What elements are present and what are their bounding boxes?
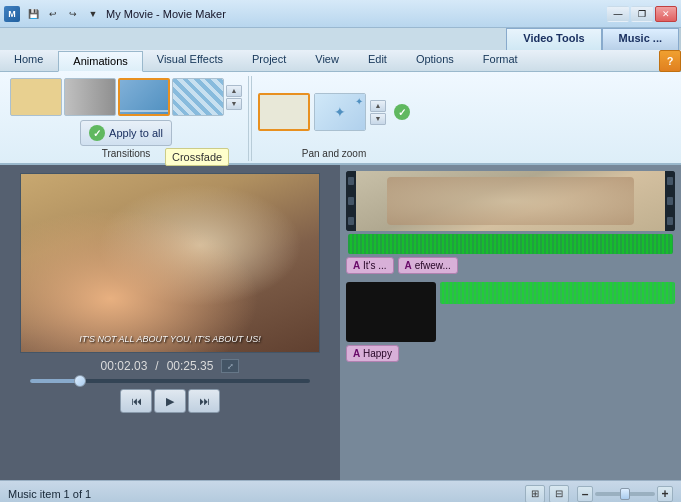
redo-quick-btn[interactable]: ↪: [64, 5, 82, 23]
timeline-row-1: A It's ... A efwew...: [346, 171, 675, 274]
window-controls: — ❐ ✕: [607, 6, 677, 22]
tab-project[interactable]: Project: [238, 50, 301, 71]
transitions-items: ▲ ▼: [10, 78, 242, 116]
next-frame-button[interactable]: ⏭: [188, 389, 220, 413]
status-icons: ⊞ ⊟: [525, 485, 569, 503]
film-hole: [667, 197, 673, 205]
seek-progress: [30, 379, 80, 383]
transition-none[interactable]: [10, 78, 62, 116]
tab-view[interactable]: View: [301, 50, 354, 71]
film-holes-right: [665, 171, 675, 231]
tab-visual-effects[interactable]: Visual Effects: [143, 50, 238, 71]
panzoom-none[interactable]: [258, 93, 310, 131]
film-baby-preview: [356, 171, 665, 231]
film-content: [356, 171, 665, 231]
caption-label-2: efwew...: [415, 260, 451, 271]
tab-home[interactable]: Home: [0, 50, 58, 71]
transition-gray[interactable]: [64, 78, 116, 116]
zoom-slider-thumb[interactable]: [620, 488, 630, 500]
transition-crossfade[interactable]: [118, 78, 170, 116]
timeline-row-2: A Happy: [346, 282, 675, 362]
tool-tabs-bar: Video Tools Music ...: [0, 28, 681, 50]
title-bar: M 💾 ↩ ↪ ▼ My Movie - Movie Maker — ❐ ✕: [0, 0, 681, 28]
main-area: IT'S NOT ALL ABOUT YOU, IT'S ABOUT US! 0…: [0, 165, 681, 480]
window-title: My Movie - Movie Maker: [106, 8, 226, 20]
total-time: 00:25.35: [167, 359, 214, 373]
transitions-group: ▲ ▼ ✓ Apply to all Transitions: [4, 76, 249, 161]
pan-zoom-items: ✦ ▲ ▼ ✓: [258, 78, 410, 146]
zoom-in-button[interactable]: +: [657, 486, 673, 502]
panzoom-scroll-up[interactable]: ▲: [370, 100, 386, 112]
tab-animations[interactable]: Animations: [58, 51, 142, 72]
help-button[interactable]: ?: [659, 50, 681, 72]
undo-quick-btn[interactable]: ↩: [44, 5, 62, 23]
preview-video-content: [21, 174, 319, 352]
film-hole: [667, 217, 673, 225]
qa-dropdown-btn[interactable]: ▼: [84, 5, 102, 23]
transition-scroll-down[interactable]: ▼: [226, 98, 242, 110]
tab-video-tools[interactable]: Video Tools: [506, 28, 601, 50]
transitions-label: Transitions: [102, 148, 151, 159]
restore-button[interactable]: ❐: [631, 6, 653, 22]
status-text: Music item 1 of 1: [8, 488, 517, 500]
caption-a-icon-3: A: [353, 348, 360, 359]
timeline-row-2-content: [346, 282, 675, 342]
audio-wave-row-2: [440, 282, 675, 342]
ribbon-tabs: Home Animations Visual Effects Project V…: [0, 50, 681, 72]
video-preview-panel: IT'S NOT ALL ABOUT YOU, IT'S ABOUT US! 0…: [0, 165, 340, 480]
play-button[interactable]: ▶: [154, 389, 186, 413]
transport-controls: ⏮ ▶ ⏭: [120, 389, 220, 413]
pan-zoom-group: ✦ ▲ ▼ ✓ Pan and zoom: [251, 76, 416, 161]
preview-subtitle: IT'S NOT ALL ABOUT YOU, IT'S ABOUT US!: [21, 334, 319, 344]
zoom-slider[interactable]: [595, 492, 655, 496]
preview-image: IT'S NOT ALL ABOUT YOU, IT'S ABOUT US!: [21, 174, 319, 352]
panzoom-animated[interactable]: ✦: [314, 93, 366, 131]
transition-scroll-up[interactable]: ▲: [226, 85, 242, 97]
caption-strip-1: A It's ... A efwew...: [346, 257, 675, 274]
prev-frame-button[interactable]: ⏮: [120, 389, 152, 413]
transition-pattern[interactable]: [172, 78, 224, 116]
panzoom-label: Pan and zoom: [302, 148, 367, 159]
current-time: 00:02.03: [101, 359, 148, 373]
panzoom-scroll: ▲ ▼: [370, 100, 386, 125]
tab-edit[interactable]: Edit: [354, 50, 402, 71]
tab-music-tools[interactable]: Music ...: [602, 28, 679, 50]
zoom-control: – +: [577, 486, 673, 502]
film-hole: [348, 177, 354, 185]
panzoom-scroll-down[interactable]: ▼: [370, 113, 386, 125]
transition-scroll: ▲ ▼: [226, 85, 242, 110]
apply-all-button[interactable]: ✓ Apply to all: [80, 120, 172, 146]
film-strip-1: [346, 171, 675, 231]
status-bar: Music item 1 of 1 ⊞ ⊟ – +: [0, 480, 681, 502]
panzoom-check-icon: ✓: [394, 104, 410, 120]
status-icon-1[interactable]: ⊞: [525, 485, 545, 503]
seek-bar[interactable]: [30, 379, 310, 383]
title-bar-left: M 💾 ↩ ↪ ▼ My Movie - Movie Maker: [4, 5, 226, 23]
ribbon-content: ▲ ▼ ✓ Apply to all Transitions ✦ ▲: [0, 72, 681, 165]
time-separator: /: [155, 359, 158, 373]
minimize-button[interactable]: —: [607, 6, 629, 22]
caption-label-happy: Happy: [363, 348, 392, 359]
save-quick-btn[interactable]: 💾: [24, 5, 42, 23]
apply-all-label: Apply to all: [109, 127, 163, 139]
film-hole: [667, 177, 673, 185]
caption-item-happy[interactable]: A Happy: [346, 345, 399, 362]
tab-format[interactable]: Format: [469, 50, 533, 71]
app-icon: M: [4, 6, 20, 22]
zoom-out-button[interactable]: –: [577, 486, 593, 502]
close-button[interactable]: ✕: [655, 6, 677, 22]
caption-a-icon-2: A: [405, 260, 412, 271]
time-display: 00:02.03 / 00:25.35 ⤢: [101, 359, 240, 373]
audio-wave-1: [348, 234, 673, 254]
fullscreen-button[interactable]: ⤢: [221, 359, 239, 373]
caption-item-2[interactable]: A efwew...: [398, 257, 458, 274]
film-hole: [348, 217, 354, 225]
status-icon-2[interactable]: ⊟: [549, 485, 569, 503]
caption-strip-2: A Happy: [346, 345, 675, 362]
tab-options[interactable]: Options: [402, 50, 469, 71]
caption-item-1[interactable]: A It's ...: [346, 257, 394, 274]
film-hole: [348, 197, 354, 205]
seek-thumb[interactable]: [74, 375, 86, 387]
quick-access-toolbar: 💾 ↩ ↪ ▼: [24, 5, 102, 23]
film-holes-left: [346, 171, 356, 231]
